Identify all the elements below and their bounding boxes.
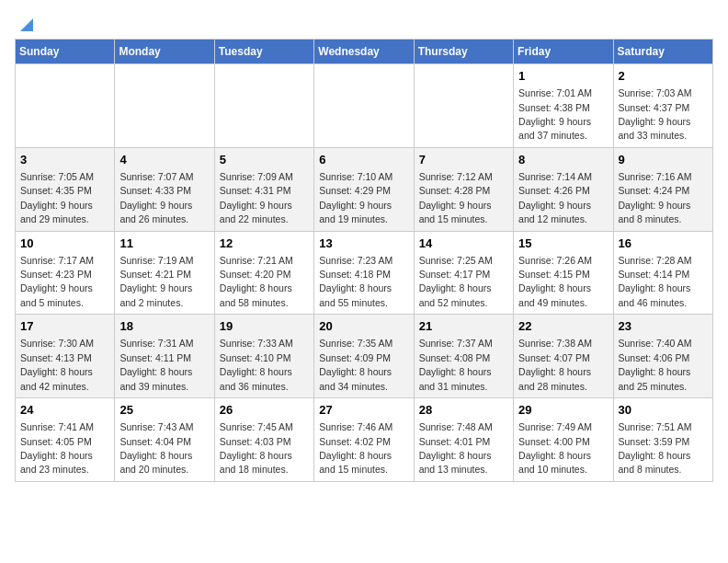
day-info: Sunrise: 7:51 AM Sunset: 3:59 PM Dayligh… (619, 421, 692, 475)
day-info: Sunrise: 7:10 AM Sunset: 4:29 PM Dayligh… (319, 171, 392, 224)
calendar-cell (16, 64, 115, 148)
day-number: 21 (419, 318, 508, 335)
day-info: Sunrise: 7:48 AM Sunset: 4:01 PM Dayligh… (419, 421, 493, 475)
day-number: 10 (20, 236, 109, 252)
calendar-cell: 11Sunrise: 7:19 AM Sunset: 4:21 PM Dayli… (115, 231, 214, 315)
calendar-week-2: 3Sunrise: 7:05 AM Sunset: 4:35 PM Daylig… (16, 147, 713, 231)
day-info: Sunrise: 7:25 AM Sunset: 4:17 PM Dayligh… (419, 255, 493, 308)
day-info: Sunrise: 7:09 AM Sunset: 4:31 PM Dayligh… (220, 171, 293, 224)
day-info: Sunrise: 7:40 AM Sunset: 4:06 PM Dayligh… (619, 338, 692, 391)
calendar-cell: 1Sunrise: 7:01 AM Sunset: 4:38 PM Daylig… (514, 64, 613, 148)
calendar-cell: 26Sunrise: 7:45 AM Sunset: 4:03 PM Dayli… (214, 398, 313, 482)
calendar-cell: 5Sunrise: 7:09 AM Sunset: 4:31 PM Daylig… (214, 147, 313, 231)
day-info: Sunrise: 7:16 AM Sunset: 4:24 PM Dayligh… (619, 171, 692, 224)
day-number: 28 (419, 402, 508, 419)
day-info: Sunrise: 7:12 AM Sunset: 4:28 PM Dayligh… (419, 171, 493, 224)
day-info: Sunrise: 7:33 AM Sunset: 4:10 PM Dayligh… (220, 338, 293, 391)
header-sunday: Sunday (16, 40, 115, 64)
day-number: 9 (619, 152, 708, 168)
calendar-week-3: 10Sunrise: 7:17 AM Sunset: 4:23 PM Dayli… (16, 231, 713, 315)
day-info: Sunrise: 7:43 AM Sunset: 4:04 PM Dayligh… (119, 421, 193, 475)
header-monday: Monday (115, 40, 214, 64)
day-info: Sunrise: 7:28 AM Sunset: 4:14 PM Dayligh… (619, 255, 692, 308)
day-number: 5 (220, 152, 309, 168)
calendar-week-1: 1Sunrise: 7:01 AM Sunset: 4:38 PM Daylig… (16, 64, 713, 148)
calendar-cell: 10Sunrise: 7:17 AM Sunset: 4:23 PM Dayli… (16, 231, 115, 315)
calendar-cell: 4Sunrise: 7:07 AM Sunset: 4:33 PM Daylig… (115, 147, 214, 231)
calendar-cell: 12Sunrise: 7:21 AM Sunset: 4:20 PM Dayli… (214, 231, 313, 315)
day-number: 17 (20, 318, 109, 335)
calendar-cell: 3Sunrise: 7:05 AM Sunset: 4:35 PM Daylig… (16, 147, 115, 231)
day-info: Sunrise: 7:35 AM Sunset: 4:09 PM Dayligh… (319, 338, 392, 391)
header-tuesday: Tuesday (214, 40, 313, 64)
calendar-cell (414, 64, 513, 148)
day-number: 2 (619, 68, 708, 85)
day-info: Sunrise: 7:31 AM Sunset: 4:11 PM Dayligh… (119, 338, 193, 391)
calendar-cell: 28Sunrise: 7:48 AM Sunset: 4:01 PM Dayli… (414, 398, 513, 482)
day-number: 3 (20, 152, 109, 168)
day-number: 26 (220, 402, 309, 419)
calendar-cell: 2Sunrise: 7:03 AM Sunset: 4:37 PM Daylig… (613, 64, 712, 148)
calendar-cell: 7Sunrise: 7:12 AM Sunset: 4:28 PM Daylig… (414, 147, 513, 231)
calendar-table: SundayMondayTuesdayWednesdayThursdayFrid… (15, 39, 713, 482)
logo (15, 15, 37, 31)
calendar-cell: 9Sunrise: 7:16 AM Sunset: 4:24 PM Daylig… (613, 147, 712, 231)
day-info: Sunrise: 7:14 AM Sunset: 4:26 PM Dayligh… (518, 171, 592, 224)
day-info: Sunrise: 7:01 AM Sunset: 4:38 PM Dayligh… (518, 87, 592, 141)
day-number: 23 (619, 318, 708, 335)
day-info: Sunrise: 7:21 AM Sunset: 4:20 PM Dayligh… (220, 255, 293, 308)
day-info: Sunrise: 7:49 AM Sunset: 4:00 PM Dayligh… (518, 421, 592, 475)
calendar-cell: 16Sunrise: 7:28 AM Sunset: 4:14 PM Dayli… (613, 231, 712, 315)
day-number: 11 (119, 236, 209, 252)
day-info: Sunrise: 7:17 AM Sunset: 4:23 PM Dayligh… (20, 255, 94, 308)
day-number: 1 (518, 68, 608, 85)
day-number: 12 (220, 236, 309, 252)
day-number: 15 (518, 236, 608, 252)
day-info: Sunrise: 7:07 AM Sunset: 4:33 PM Dayligh… (119, 171, 193, 224)
day-info: Sunrise: 7:41 AM Sunset: 4:05 PM Dayligh… (20, 421, 94, 475)
calendar-cell: 20Sunrise: 7:35 AM Sunset: 4:09 PM Dayli… (314, 315, 414, 398)
calendar-cell: 18Sunrise: 7:31 AM Sunset: 4:11 PM Dayli… (115, 315, 214, 398)
calendar-cell: 25Sunrise: 7:43 AM Sunset: 4:04 PM Dayli… (115, 398, 214, 482)
calendar-cell: 14Sunrise: 7:25 AM Sunset: 4:17 PM Dayli… (414, 231, 513, 315)
header-thursday: Thursday (414, 40, 513, 64)
calendar-cell (314, 64, 414, 148)
calendar-cell: 15Sunrise: 7:26 AM Sunset: 4:15 PM Dayli… (514, 231, 613, 315)
day-number: 27 (319, 402, 408, 419)
day-info: Sunrise: 7:37 AM Sunset: 4:08 PM Dayligh… (419, 338, 493, 391)
day-number: 7 (419, 152, 508, 168)
calendar-cell: 24Sunrise: 7:41 AM Sunset: 4:05 PM Dayli… (16, 398, 115, 482)
day-info: Sunrise: 7:05 AM Sunset: 4:35 PM Dayligh… (20, 171, 94, 224)
day-info: Sunrise: 7:38 AM Sunset: 4:07 PM Dayligh… (518, 338, 592, 391)
day-info: Sunrise: 7:30 AM Sunset: 4:13 PM Dayligh… (20, 338, 94, 391)
day-number: 14 (419, 236, 508, 252)
day-number: 25 (119, 402, 209, 419)
calendar-cell: 13Sunrise: 7:23 AM Sunset: 4:18 PM Dayli… (314, 231, 414, 315)
day-number: 22 (518, 318, 608, 335)
day-number: 29 (518, 402, 608, 419)
calendar-week-4: 17Sunrise: 7:30 AM Sunset: 4:13 PM Dayli… (16, 315, 713, 398)
calendar-header-row: SundayMondayTuesdayWednesdayThursdayFrid… (16, 40, 713, 64)
header-saturday: Saturday (613, 40, 712, 64)
calendar-cell (115, 64, 214, 148)
calendar-cell: 19Sunrise: 7:33 AM Sunset: 4:10 PM Dayli… (214, 315, 313, 398)
day-number: 13 (319, 236, 408, 252)
day-number: 19 (220, 318, 309, 335)
header-wednesday: Wednesday (314, 40, 414, 64)
calendar-cell: 6Sunrise: 7:10 AM Sunset: 4:29 PM Daylig… (314, 147, 414, 231)
day-number: 30 (619, 402, 708, 419)
day-number: 4 (119, 152, 209, 168)
logo-icon (17, 15, 37, 35)
calendar-cell (214, 64, 313, 148)
page-header (15, 15, 713, 31)
day-info: Sunrise: 7:03 AM Sunset: 4:37 PM Dayligh… (619, 87, 692, 141)
calendar-cell: 17Sunrise: 7:30 AM Sunset: 4:13 PM Dayli… (16, 315, 115, 398)
day-number: 16 (619, 236, 708, 252)
day-number: 8 (518, 152, 608, 168)
calendar-cell: 8Sunrise: 7:14 AM Sunset: 4:26 PM Daylig… (514, 147, 613, 231)
day-info: Sunrise: 7:19 AM Sunset: 4:21 PM Dayligh… (119, 255, 193, 308)
day-number: 18 (119, 318, 209, 335)
day-info: Sunrise: 7:23 AM Sunset: 4:18 PM Dayligh… (319, 255, 392, 308)
day-number: 6 (319, 152, 408, 168)
calendar-cell: 27Sunrise: 7:46 AM Sunset: 4:02 PM Dayli… (314, 398, 414, 482)
